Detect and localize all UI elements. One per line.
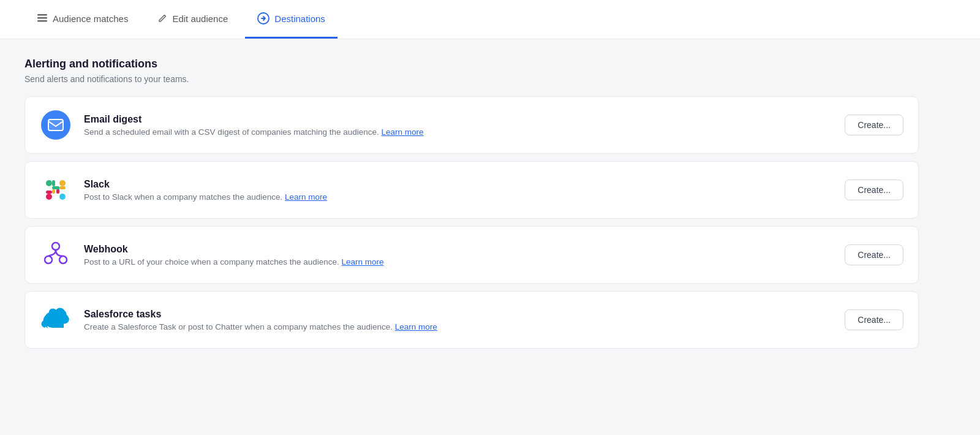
- svg-rect-4: [48, 119, 63, 130]
- svg-rect-14: [52, 186, 59, 189]
- salesforce-icon-wrapper: [40, 304, 72, 336]
- svg-rect-11: [46, 194, 52, 200]
- section-header: Alerting and notifications Send alerts a…: [24, 58, 919, 84]
- tab-edit-audience-label: Edit audience: [172, 13, 228, 24]
- slack-create-button[interactable]: Create...: [845, 180, 903, 200]
- destination-card-slack: Slack Post to Slack when a company match…: [24, 161, 919, 219]
- slack-desc: Post to Slack when a company matches the…: [84, 192, 832, 202]
- email-icon-circle: [41, 110, 70, 140]
- destinations-list: Email digest Send a scheduled email with…: [24, 96, 919, 349]
- webhook-learn-more[interactable]: Learn more: [342, 257, 384, 267]
- svg-rect-10: [46, 191, 52, 194]
- webhook-info: Webhook Post to a URL of your choice whe…: [84, 244, 832, 267]
- salesforce-create-button[interactable]: Create...: [845, 309, 903, 330]
- list-icon: [37, 13, 48, 24]
- salesforce-info: Salesforce tasks Create a Salesforce Tas…: [84, 309, 832, 331]
- webhook-create-button[interactable]: Create...: [845, 244, 903, 265]
- tab-destinations-label: Destinations: [274, 13, 325, 24]
- salesforce-name: Salesforce tasks: [84, 309, 832, 320]
- svg-rect-7: [52, 180, 55, 186]
- section-subtitle: Send alerts and notifications to your te…: [24, 74, 919, 84]
- webhook-desc: Post to a URL of your choice when a comp…: [84, 257, 832, 267]
- salesforce-desc: Create a Salesforce Task or post to Chat…: [84, 322, 832, 331]
- svg-rect-2: [37, 20, 47, 22]
- svg-rect-0: [37, 14, 47, 16]
- svg-rect-8: [59, 180, 66, 186]
- svg-point-17: [52, 243, 59, 250]
- tab-audience-matches[interactable]: Audience matches: [24, 0, 140, 39]
- svg-point-18: [45, 256, 52, 263]
- main-content: Alerting and notifications Send alerts a…: [0, 39, 943, 367]
- slack-learn-more[interactable]: Learn more: [285, 192, 327, 202]
- tab-edit-audience[interactable]: Edit audience: [145, 0, 240, 39]
- svg-rect-16: [56, 189, 59, 194]
- slack-info: Slack Post to Slack when a company match…: [84, 179, 832, 202]
- tab-bar: Audience matches Edit audience Destinati…: [0, 0, 980, 39]
- tab-destinations[interactable]: Destinations: [245, 0, 337, 39]
- section-title: Alerting and notifications: [24, 58, 919, 70]
- edit-icon: [157, 13, 167, 23]
- email-digest-learn-more[interactable]: Learn more: [382, 127, 424, 137]
- email-digest-icon: [40, 109, 72, 141]
- svg-rect-15: [52, 189, 55, 194]
- slack-name: Slack: [84, 179, 832, 190]
- email-digest-name: Email digest: [84, 114, 832, 125]
- arrow-circle-icon: [257, 12, 270, 25]
- slack-icon-wrapper: [40, 174, 72, 206]
- webhook-icon-wrapper: [40, 239, 72, 271]
- webhook-name: Webhook: [84, 244, 832, 255]
- svg-rect-9: [59, 186, 66, 189]
- destination-card-webhook: Webhook Post to a URL of your choice whe…: [24, 226, 919, 284]
- svg-rect-6: [46, 180, 52, 186]
- svg-rect-1: [37, 17, 47, 19]
- destination-card-email-digest: Email digest Send a scheduled email with…: [24, 96, 919, 154]
- svg-point-19: [59, 256, 67, 263]
- svg-rect-13: [59, 194, 66, 200]
- salesforce-learn-more[interactable]: Learn more: [395, 322, 437, 331]
- email-digest-desc: Send a scheduled email with a CSV digest…: [84, 127, 832, 137]
- email-digest-info: Email digest Send a scheduled email with…: [84, 114, 832, 137]
- tab-audience-matches-label: Audience matches: [53, 13, 128, 24]
- destination-card-salesforce: Salesforce tasks Create a Salesforce Tas…: [24, 291, 919, 349]
- email-digest-create-button[interactable]: Create...: [845, 115, 903, 135]
